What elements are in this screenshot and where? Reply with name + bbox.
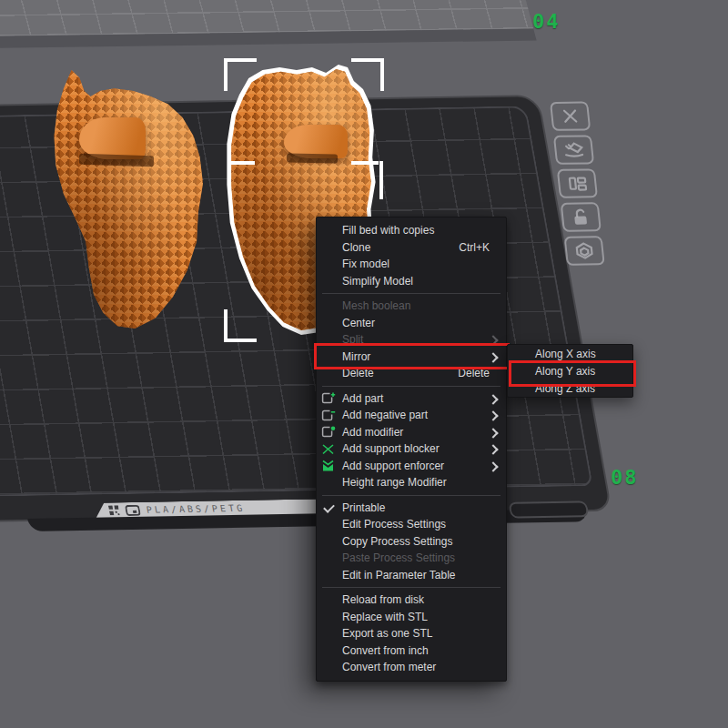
menu-item-export-as-one-stl[interactable]: Export as one STL (317, 625, 506, 642)
menu-separator (322, 495, 500, 496)
menu-item-fill-bed-with-copies[interactable]: Fill bed with copies (317, 222, 506, 239)
slicer-viewport: 04 08 PLA/ABS/PETG (0, 0, 728, 728)
menu-item-reload-from-disk[interactable]: Reload from disk (317, 592, 506, 609)
lock-open-icon (569, 207, 592, 226)
menu-item-convert-from-meter[interactable]: Convert from meter (317, 659, 506, 676)
qr-code-icon (108, 505, 120, 515)
lock-plate-button[interactable] (561, 202, 602, 232)
menu-separator (322, 386, 500, 387)
plate-number-08: 08 (611, 466, 639, 489)
menu-item-paste-process-settings: Paste Process Settings (317, 550, 506, 567)
arrange-icon (565, 174, 589, 192)
menu-item-add-support-blocker[interactable]: Add support blocker (317, 440, 506, 458)
menu-item-mirror[interactable]: Mirror (317, 349, 506, 366)
shortcut-label: Ctrl+K (459, 241, 490, 254)
auto-orient-button[interactable] (553, 135, 594, 165)
delete-all-button[interactable] (550, 101, 591, 131)
chevron-right-icon (488, 428, 498, 438)
menu-separator (322, 293, 500, 294)
checkmark-icon (323, 501, 335, 513)
add-part-icon (321, 392, 336, 405)
chevron-right-icon (488, 394, 498, 404)
menu-item-center[interactable]: Center (317, 315, 506, 332)
add-negative-part-icon (321, 410, 336, 422)
arrange-button[interactable] (557, 168, 598, 198)
menu-item-printable[interactable]: Printable (317, 500, 506, 517)
menu-item-fix-model[interactable]: Fix model (317, 256, 506, 273)
menu-item-clone[interactable]: CloneCtrl+K (317, 239, 506, 257)
mirror-submenu: Along X axis Along Y axis Along Z axis (507, 344, 633, 398)
chevron-right-icon (488, 335, 498, 345)
plate-handle-slot (508, 500, 589, 518)
menu-item-add-modifier[interactable]: Add modifier (317, 424, 506, 441)
plate-settings-button[interactable] (564, 236, 605, 266)
menu-item-edit-in-parameter-table[interactable]: Edit in Parameter Table (317, 567, 506, 584)
plate-settings-icon (572, 241, 596, 259)
menu-item-add-part[interactable]: Add part (317, 390, 506, 408)
add-modifier-icon (321, 426, 336, 439)
plate-logo-icon (125, 504, 141, 515)
mask-eye-slot (287, 153, 338, 163)
menu-item-delete[interactable]: DeleteDelete (317, 365, 506, 382)
submenu-item-along-x-axis[interactable]: Along X axis (508, 345, 632, 362)
menu-item-add-support-enforcer[interactable]: Add support enforcer (317, 458, 506, 475)
chevron-right-icon (488, 461, 498, 471)
chevron-right-icon (488, 444, 498, 454)
adjacent-plate[interactable] (0, 0, 537, 48)
shortcut-label: Delete (458, 367, 490, 379)
menu-item-split: Split (317, 331, 506, 349)
menu-item-simplify-model[interactable]: Simplify Model (317, 273, 506, 290)
menu-separator (322, 587, 500, 588)
menu-item-edit-process-settings[interactable]: Edit Process Settings (317, 516, 506, 533)
context-menu: Fill bed with copies CloneCtrl+K Fix mod… (316, 217, 507, 682)
auto-orient-icon (561, 140, 585, 158)
support-blocker-icon (321, 443, 336, 456)
submenu-item-along-y-axis[interactable]: Along Y axis (508, 362, 632, 379)
plate-material-label: PLA/ABS/PETG (146, 503, 246, 515)
menu-item-mesh-boolean: Mesh boolean (317, 298, 506, 315)
plate-number-04: 04 (532, 10, 561, 33)
menu-item-convert-from-inch[interactable]: Convert from inch (317, 642, 506, 660)
menu-item-height-range-modifier[interactable]: Height range Modifier (317, 474, 506, 491)
menu-item-replace-with-stl[interactable]: Replace with STL (317, 609, 506, 626)
support-enforcer-icon (321, 460, 336, 472)
chevron-right-icon (488, 352, 498, 362)
mask-eye-slot (79, 153, 154, 166)
delete-all-icon (559, 106, 582, 125)
menu-item-add-negative-part[interactable]: Add negative part (317, 407, 506, 424)
chevron-right-icon (488, 410, 498, 420)
submenu-item-along-z-axis[interactable]: Along Z axis (508, 379, 632, 397)
menu-item-copy-process-settings[interactable]: Copy Process Settings (317, 533, 506, 551)
